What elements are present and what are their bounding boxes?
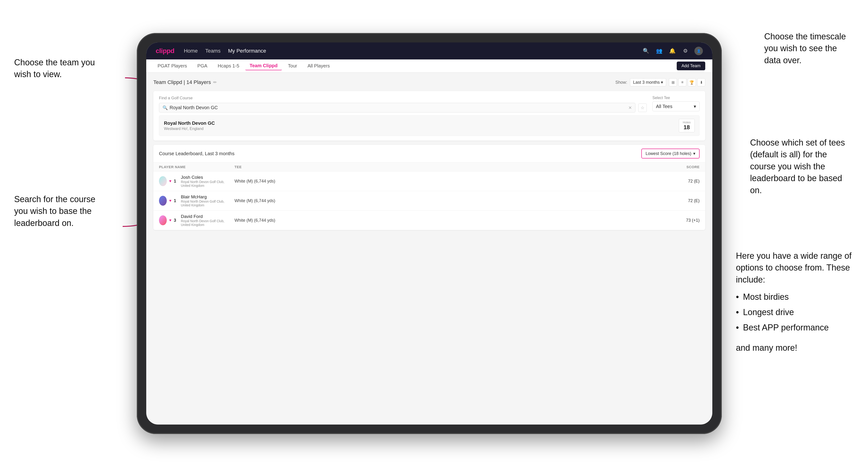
holes-number: 18: [683, 124, 691, 131]
navbar-links: Home Teams My Performance: [184, 48, 632, 54]
tee-cell-3: White (M) (6,744 yds): [235, 218, 600, 223]
tablet-frame: clippd Home Teams My Performance 🔍 👥 🔔 ⚙…: [137, 33, 722, 434]
tee-label: Select Tee: [652, 96, 700, 100]
nav-home[interactable]: Home: [184, 48, 198, 54]
brand-logo: clippd: [156, 47, 174, 55]
leaderboard-header-right: Lowest Score (18 holes) ▾: [641, 149, 700, 158]
holes-label: Holes: [683, 121, 691, 124]
grid-view-btn[interactable]: ⊞: [669, 78, 677, 86]
search-input-text: Royal North Devon GC: [169, 105, 626, 111]
tab-pga[interactable]: PGA: [193, 62, 212, 70]
score-cell-2: 72 (E): [657, 198, 700, 203]
navbar: clippd Home Teams My Performance 🔍 👥 🔔 ⚙…: [146, 42, 712, 59]
team-header-right: Show: Last 3 months ▾ ⊞ ≡ 🏆 ⬇: [615, 78, 705, 86]
leaderboard-card: Course Leaderboard, Last 3 months Lowest…: [153, 145, 705, 230]
main-content: Team Clippd | 14 Players ✏ Show: Last 3 …: [146, 73, 712, 236]
tab-tour[interactable]: Tour: [284, 62, 302, 70]
tab-team-clippd[interactable]: Team Clippd: [245, 62, 282, 70]
avatar-3: [159, 215, 167, 225]
option-app: Best APP performance: [736, 320, 854, 335]
avatar-1: [159, 176, 167, 186]
holes-box: Holes 18: [679, 119, 695, 132]
annotation-top-left: Choose the team you wish to view.: [14, 57, 104, 81]
and-more-text: and many more!: [736, 342, 854, 354]
navbar-icons: 🔍 👥 🔔 ⚙ 👤: [642, 47, 703, 55]
table-row: ♥ 1 Josh Coles Royal North Devon Golf Cl…: [153, 172, 705, 191]
table-header-row: PLAYER NAME TEE SCORE: [153, 162, 705, 172]
rank-2: 1: [174, 198, 179, 203]
nav-teams[interactable]: Teams: [205, 48, 220, 54]
player-name-2: Blair McHarg: [181, 194, 235, 199]
course-result: Royal North Devon GC Westward Ho!, Engla…: [159, 115, 700, 136]
annotation-right-middle: Choose which set of tees (default is all…: [750, 137, 854, 196]
leaderboard-title: Course Leaderboard, Last 3 months: [159, 151, 235, 156]
table-row: ♥ 3 David Ford Royal North Devon Golf Cl…: [153, 211, 705, 230]
score-cell-1: 72 (E): [657, 179, 700, 184]
score-cell-3: 73 (+1): [657, 218, 700, 223]
table-row: ♥ 1 Blair McHarg Royal North Devon Golf …: [153, 191, 705, 211]
favorite-button[interactable]: ☆: [638, 103, 647, 112]
user-avatar[interactable]: 👤: [694, 47, 703, 55]
options-list: Most birdies Longest drive Best APP perf…: [736, 289, 854, 335]
col-score: SCORE: [657, 165, 700, 169]
search-icon-sm: 🔍: [162, 105, 168, 111]
tab-hcaps[interactable]: Hcaps 1-5: [214, 62, 243, 70]
player-name-1: Josh Coles: [181, 175, 235, 180]
people-icon[interactable]: 👥: [655, 47, 663, 55]
heart-icon-1[interactable]: ♥: [169, 179, 172, 183]
rank-3: 3: [174, 218, 179, 223]
team-title: Team Clippd | 14 Players: [153, 79, 211, 85]
option-birdies: Most birdies: [736, 289, 854, 305]
tee-cell-2: White (M) (6,744 yds): [235, 198, 600, 203]
col-tee: TEE: [235, 165, 600, 169]
annotation-middle-left: Search for the course you wish to base t…: [14, 193, 104, 229]
find-course-label: Find a Golf Course: [159, 96, 647, 100]
tee-cell-1: White (M) (6,744 yds): [235, 179, 600, 184]
tab-pgat-players[interactable]: PGAT Players: [153, 62, 191, 70]
player-club-1: Royal North Devon Golf Club, United King…: [181, 180, 235, 187]
search-icon[interactable]: 🔍: [642, 47, 650, 55]
heart-icon-2[interactable]: ♥: [169, 198, 172, 203]
course-location: Westward Ho!, England: [164, 127, 215, 131]
player-club-2: Royal North Devon Golf Club, United King…: [181, 199, 235, 207]
leaderboard-header: Course Leaderboard, Last 3 months Lowest…: [153, 145, 705, 162]
score-type-dropdown[interactable]: Lowest Score (18 holes) ▾: [641, 149, 700, 158]
search-input-wrap[interactable]: 🔍 Royal North Devon GC ✕: [159, 103, 636, 113]
team-header: Team Clippd | 14 Players ✏ Show: Last 3 …: [153, 78, 705, 86]
tab-all-players[interactable]: All Players: [303, 62, 334, 70]
col-player: PLAYER NAME: [159, 165, 235, 169]
bell-icon[interactable]: 🔔: [668, 47, 677, 55]
add-team-button[interactable]: Add Team: [677, 62, 705, 70]
player-club-3: Royal North Devon Golf Club, United King…: [181, 219, 235, 227]
subnav: PGAT Players PGA Hcaps 1-5 Team Clippd T…: [146, 59, 712, 73]
nav-my-performance[interactable]: My Performance: [228, 48, 266, 54]
heart-icon-3[interactable]: ♥: [169, 218, 172, 222]
option-drive: Longest drive: [736, 305, 854, 320]
avatar-2: [159, 196, 167, 206]
player-cell-2: ♥ 1 Blair McHarg Royal North Devon Golf …: [159, 194, 235, 207]
tablet-screen: clippd Home Teams My Performance 🔍 👥 🔔 ⚙…: [146, 42, 712, 425]
settings-icon[interactable]: ⚙: [681, 47, 690, 55]
trophy-icon-btn[interactable]: 🏆: [688, 78, 696, 86]
show-dropdown[interactable]: Last 3 months ▾: [630, 78, 666, 86]
download-btn[interactable]: ⬇: [697, 78, 705, 86]
show-label: Show:: [615, 80, 627, 85]
search-card: Find a Golf Course 🔍 Royal North Devon G…: [153, 91, 705, 141]
course-name: Royal North Devon GC: [164, 121, 215, 126]
annotation-top-right: Choose the timescale you wish to see the…: [764, 31, 854, 66]
search-row: 🔍 Royal North Devon GC ✕ ☆: [159, 103, 647, 113]
player-name-3: David Ford: [181, 214, 235, 219]
player-cell-3: ♥ 3 David Ford Royal North Devon Golf Cl…: [159, 214, 235, 227]
view-icons: ⊞ ≡ 🏆 ⬇: [669, 78, 705, 86]
rank-1: 1: [174, 179, 179, 184]
player-cell-1: ♥ 1 Josh Coles Royal North Devon Golf Cl…: [159, 175, 235, 187]
tee-dropdown[interactable]: All Tees ▾: [652, 101, 700, 111]
edit-icon[interactable]: ✏: [213, 80, 217, 85]
annotation-bottom-right: Here you have a wide range of options to…: [736, 250, 854, 354]
clear-button[interactable]: ✕: [628, 105, 632, 111]
tee-section: Select Tee All Tees ▾: [652, 96, 700, 111]
table-view-btn[interactable]: ≡: [678, 78, 686, 86]
